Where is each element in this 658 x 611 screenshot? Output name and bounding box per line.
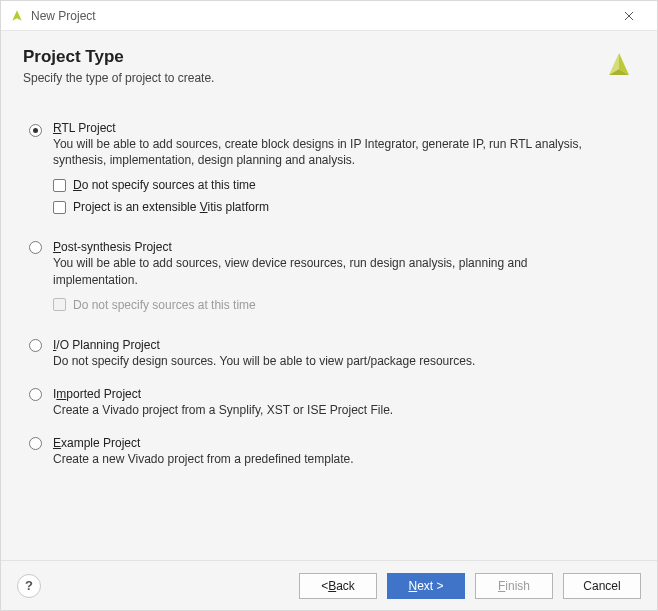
finish-button: Finish (475, 573, 553, 599)
checkbox-rtl-no-sources-label[interactable]: Do not specify sources at this time (73, 178, 256, 192)
check-rtl-vitis-row: Project is an extensible Vitis platform (53, 200, 629, 214)
option-rtl-desc: You will be able to add sources, create … (53, 136, 613, 168)
back-button[interactable]: < Back (299, 573, 377, 599)
option-io-planning: I/O Planning Project Do not specify desi… (29, 338, 629, 369)
page-subtitle: Specify the type of project to create. (23, 71, 635, 85)
checkbox-rtl-vitis-label[interactable]: Project is an extensible Vitis platform (73, 200, 269, 214)
new-project-dialog: New Project Project Type Specify the typ… (0, 0, 658, 611)
options-body: RTL Project You will be able to add sour… (1, 95, 657, 560)
radio-rtl-project[interactable] (29, 124, 42, 137)
help-button[interactable]: ? (17, 574, 41, 598)
page-title: Project Type (23, 47, 635, 67)
radio-io-planning[interactable] (29, 339, 42, 352)
titlebar: New Project (1, 1, 657, 31)
radio-example[interactable] (29, 437, 42, 450)
option-io-desc: Do not specify design sources. You will … (53, 353, 613, 369)
option-post-label[interactable]: Post-synthesis Project (53, 240, 629, 254)
vivado-logo-icon (603, 49, 635, 81)
checkbox-post-no-sources (53, 298, 66, 311)
checkbox-post-no-sources-label: Do not specify sources at this time (73, 298, 256, 312)
option-rtl-project: RTL Project You will be able to add sour… (29, 121, 629, 222)
page-header: Project Type Specify the type of project… (1, 31, 657, 95)
cancel-button[interactable]: Cancel (563, 573, 641, 599)
option-example: Example Project Create a new Vivado proj… (29, 436, 629, 467)
close-button[interactable] (609, 1, 649, 31)
option-rtl-label[interactable]: RTL Project (53, 121, 629, 135)
checkbox-rtl-vitis[interactable] (53, 201, 66, 214)
option-example-desc: Create a new Vivado project from a prede… (53, 451, 613, 467)
radio-imported[interactable] (29, 388, 42, 401)
window-title: New Project (31, 9, 96, 23)
checkbox-rtl-no-sources[interactable] (53, 179, 66, 192)
option-imported: Imported Project Create a Vivado project… (29, 387, 629, 418)
option-io-label[interactable]: I/O Planning Project (53, 338, 629, 352)
app-icon (9, 8, 25, 24)
radio-post-synthesis[interactable] (29, 241, 42, 254)
button-bar: ? < Back Next > Finish Cancel (1, 560, 657, 610)
option-post-synthesis: Post-synthesis Project You will be able … (29, 240, 629, 319)
option-example-label[interactable]: Example Project (53, 436, 629, 450)
check-post-no-sources-row: Do not specify sources at this time (53, 298, 629, 312)
option-imported-label[interactable]: Imported Project (53, 387, 629, 401)
check-rtl-no-sources-row: Do not specify sources at this time (53, 178, 629, 192)
next-button[interactable]: Next > (387, 573, 465, 599)
option-imported-desc: Create a Vivado project from a Synplify,… (53, 402, 613, 418)
option-post-desc: You will be able to add sources, view de… (53, 255, 613, 287)
